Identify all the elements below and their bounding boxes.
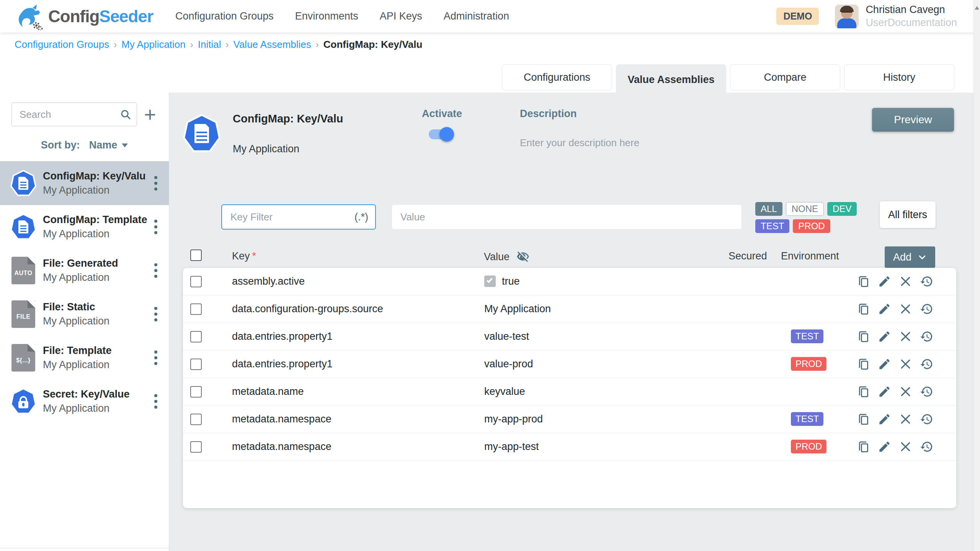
row-environment: PROD: [791, 440, 826, 453]
breadcrumb-link[interactable]: Initial: [198, 39, 221, 51]
navbar-menu-item[interactable]: Environments: [295, 10, 358, 22]
description-field[interactable]: Enter your description here: [520, 137, 639, 149]
breadcrumb: Configuration Groups›My Application›Init…: [15, 39, 422, 51]
sidebar-list-item[interactable]: ConfigMap: Template My Application: [0, 205, 169, 249]
item-menu-button[interactable]: [148, 394, 163, 409]
environment-filter-badge[interactable]: TEST: [755, 219, 789, 233]
edit-icon[interactable]: [878, 357, 891, 371]
sidebar-list-item[interactable]: FILE File: Static My Application: [0, 292, 169, 336]
copy-icon[interactable]: [857, 385, 870, 398]
edit-icon[interactable]: [878, 440, 891, 453]
user-menu[interactable]: Christian Cavegn UserDocumentation: [866, 3, 957, 29]
eye-off-icon[interactable]: [516, 250, 529, 263]
copy-icon[interactable]: [857, 302, 870, 316]
navbar-menu-item[interactable]: API Keys: [380, 10, 422, 22]
sidebar-list-item[interactable]: ${...} File: Template My Application: [0, 336, 169, 380]
history-icon[interactable]: [920, 302, 933, 316]
row-checkbox[interactable]: [190, 276, 202, 287]
page-scrollbar[interactable]: [973, 0, 980, 551]
app-logo[interactable]: ConfigSeeder: [15, 3, 153, 30]
item-texts: File: Generated My Application: [43, 258, 148, 284]
delete-icon[interactable]: [899, 275, 912, 288]
copy-icon[interactable]: [857, 440, 870, 453]
preview-button[interactable]: Preview: [872, 108, 954, 132]
delete-icon[interactable]: [899, 330, 912, 343]
edit-icon[interactable]: [878, 330, 891, 343]
activate-toggle[interactable]: [429, 129, 452, 139]
item-icon-slot: FILE: [9, 300, 38, 328]
all-filters-button[interactable]: All filters: [880, 201, 936, 228]
environment-filter-badge[interactable]: NONE: [786, 202, 824, 216]
item-icon-slot: [9, 214, 38, 240]
item-menu-button[interactable]: [148, 176, 163, 191]
scrollbar-up-arrow[interactable]: [975, 6, 979, 10]
row-checkbox[interactable]: [190, 303, 202, 315]
edit-icon[interactable]: [878, 275, 891, 288]
breadcrumb-link[interactable]: Configuration Groups: [15, 39, 109, 51]
breadcrumb-separator: ›: [190, 39, 193, 50]
add-entry-button[interactable]: Add: [885, 246, 935, 268]
row-value-text: true: [502, 276, 520, 287]
configmap-icon: [183, 114, 220, 153]
item-menu-button[interactable]: [148, 350, 163, 365]
sidebar-list-item[interactable]: ConfigMap: Key/Valu My Application: [0, 161, 169, 205]
row-checkbox[interactable]: [190, 441, 202, 453]
history-icon[interactable]: [920, 412, 933, 426]
tab-configurations[interactable]: Configurations: [502, 64, 612, 90]
environment-badge: PROD: [791, 357, 826, 371]
delete-icon[interactable]: [899, 302, 912, 316]
copy-icon[interactable]: [857, 412, 870, 426]
environment-filter-badge[interactable]: ALL: [755, 202, 782, 216]
user-avatar[interactable]: [835, 5, 859, 28]
delete-icon[interactable]: [899, 357, 912, 371]
detail-subtitle: My Application: [233, 143, 299, 155]
breadcrumb-link[interactable]: Value Assemblies: [234, 39, 311, 51]
sidebar-list-item[interactable]: Secret: Key/Value My Application: [0, 380, 169, 423]
edit-icon[interactable]: [878, 385, 891, 398]
search-input[interactable]: Search: [11, 103, 137, 126]
history-icon[interactable]: [920, 357, 933, 371]
environment-filter-badge[interactable]: DEV: [827, 202, 857, 216]
value-filter-input[interactable]: Value: [392, 204, 742, 230]
delete-icon[interactable]: [899, 385, 912, 398]
environment-badge: TEST: [791, 329, 823, 343]
history-icon[interactable]: [920, 330, 933, 343]
row-value: my-app-test: [484, 441, 539, 453]
item-menu-button[interactable]: [148, 220, 163, 234]
row-key: metadata.name: [232, 386, 304, 398]
delete-icon[interactable]: [899, 412, 912, 426]
tab-history[interactable]: History: [844, 64, 954, 90]
key-filter-input[interactable]: Key Filter (.*): [221, 204, 376, 230]
navbar-menu-item[interactable]: Configuration Groups: [175, 10, 274, 22]
row-checkbox[interactable]: [190, 359, 202, 370]
row-checkbox[interactable]: [190, 331, 202, 342]
history-icon[interactable]: [920, 275, 933, 288]
row-checkbox[interactable]: [190, 414, 202, 425]
tab-value-assemblies[interactable]: Value Assemblies: [616, 64, 726, 95]
breadcrumb-link[interactable]: My Application: [121, 39, 186, 51]
breadcrumb-separator: ›: [114, 39, 117, 50]
navbar-menu-item[interactable]: Administration: [444, 10, 509, 22]
select-all-checkbox[interactable]: [190, 249, 202, 261]
delete-icon[interactable]: [899, 440, 912, 453]
item-menu-button[interactable]: [148, 263, 163, 278]
sort-dropdown[interactable]: Name: [89, 139, 128, 151]
edit-icon[interactable]: [878, 302, 891, 316]
sidebar-list-item[interactable]: AUTO File: Generated My Application: [0, 249, 169, 292]
history-icon[interactable]: [920, 440, 933, 453]
item-texts: ConfigMap: Key/Valu My Application: [43, 170, 148, 196]
environment-filter-badge[interactable]: PROD: [793, 219, 830, 233]
add-configuration-button[interactable]: +: [140, 104, 160, 125]
row-checkbox[interactable]: [190, 386, 202, 398]
copy-icon[interactable]: [857, 330, 870, 343]
app-window: ConfigSeeder Configuration GroupsEnviron…: [0, 0, 980, 551]
copy-icon[interactable]: [857, 357, 870, 371]
item-texts: File: Static My Application: [43, 301, 148, 327]
item-subtitle: My Application: [43, 184, 148, 196]
navbar: ConfigSeeder Configuration GroupsEnviron…: [0, 0, 980, 33]
copy-icon[interactable]: [857, 275, 870, 288]
item-menu-button[interactable]: [148, 307, 163, 321]
history-icon[interactable]: [920, 385, 933, 398]
tab-compare[interactable]: Compare: [730, 64, 840, 90]
edit-icon[interactable]: [878, 412, 891, 426]
